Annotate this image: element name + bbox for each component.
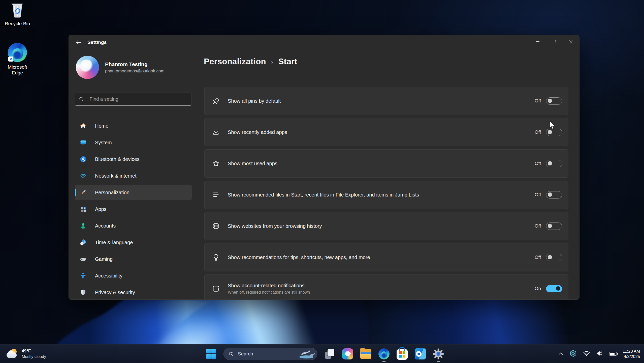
- back-arrow-icon: [76, 40, 81, 45]
- back-button[interactable]: [73, 38, 84, 47]
- minimize-icon: [536, 41, 539, 42]
- sidebar-item-label: Apps: [95, 206, 107, 212]
- setting-label: Show recommendations for tips, shortcuts…: [228, 255, 370, 260]
- tray-hexagon-app-icon[interactable]: [569, 350, 577, 358]
- user-account-card[interactable]: Phantom Testing phantomodemos@outlook.co…: [76, 56, 165, 79]
- setting-row-websites-history: Show websites from your browsing history…: [204, 212, 568, 240]
- sidebar-item-label: Accounts: [95, 223, 116, 229]
- user-name: Phantom Testing: [105, 61, 165, 67]
- star-icon: [212, 159, 220, 168]
- lightbulb-icon: [212, 253, 220, 262]
- search-icon: [228, 351, 234, 357]
- microsoft-store-button[interactable]: [396, 348, 408, 360]
- setting-label: Show recently added apps: [228, 129, 287, 135]
- apps-icon: [79, 205, 87, 213]
- window-title: Settings: [87, 40, 107, 45]
- task-view-button[interactable]: [324, 348, 335, 360]
- wifi-icon[interactable]: [583, 350, 590, 357]
- sidebar-item-system[interactable]: System: [75, 135, 192, 150]
- toggle-most-used[interactable]: [546, 160, 562, 167]
- settings-taskbar-button[interactable]: [433, 348, 444, 360]
- search-input[interactable]: [90, 96, 188, 102]
- recycle-bin-icon: [10, 15, 25, 19]
- sidebar-item-label: Gaming: [95, 256, 113, 262]
- taskbar-search[interactable]: Search: [223, 348, 317, 360]
- time-language-icon: [79, 239, 87, 246]
- toggle-state-label: On: [532, 286, 541, 291]
- weather-temperature: 49°F: [22, 349, 46, 354]
- toggle-state-label: Off: [532, 255, 541, 260]
- sidebar-item-gaming[interactable]: Gaming: [75, 252, 192, 267]
- sidebar-item-accessibility[interactable]: Accessibility: [75, 268, 192, 283]
- task-view-icon: [325, 349, 334, 359]
- maximize-button[interactable]: [546, 35, 563, 48]
- setting-row-most-used: Show most used apps Off: [204, 149, 568, 178]
- globe-icon: [212, 222, 220, 230]
- settings-list: Show all pins by default Off Show recent…: [204, 87, 568, 300]
- find-setting-searchbox[interactable]: [75, 93, 192, 106]
- accessibility-icon: [79, 272, 87, 280]
- setting-label: Show websites from your browsing history: [228, 223, 322, 229]
- setting-row-show-all-pins: Show all pins by default Off: [204, 87, 568, 115]
- breadcrumb-parent[interactable]: Personalization: [204, 57, 266, 66]
- list-icon: [212, 190, 220, 199]
- toggle-recommendations-tips[interactable]: [546, 254, 562, 261]
- sidebar-item-network-internet[interactable]: Network & internet: [75, 168, 192, 183]
- sidebar-item-bluetooth-devices[interactable]: Bluetooth & devices: [75, 152, 192, 167]
- search-highlight-dolphin-image: [299, 349, 315, 359]
- running-indicator: [382, 361, 386, 362]
- toggle-state-label: Off: [532, 98, 541, 104]
- partly-cloudy-icon: [6, 348, 19, 359]
- toggle-show-all-pins[interactable]: [546, 97, 562, 105]
- sidebar-item-label: Accessibility: [95, 273, 122, 279]
- desktop-icon-recycle-bin[interactable]: Recycle Bin: [2, 2, 33, 26]
- minimize-button[interactable]: [529, 35, 546, 48]
- weather-condition: Mostly cloudy: [22, 354, 46, 359]
- system-icon: [79, 139, 87, 146]
- sidebar-item-label: Home: [95, 123, 108, 129]
- title-bar: Settings: [69, 35, 579, 50]
- file-explorer-button[interactable]: [360, 348, 372, 360]
- pin-icon: [212, 97, 220, 105]
- edge-button[interactable]: [378, 348, 390, 360]
- sidebar-item-apps[interactable]: Apps: [75, 202, 192, 217]
- copilot-icon: [342, 348, 353, 359]
- sidebar-item-personalization[interactable]: Personalization: [75, 185, 192, 200]
- setting-label: Show all pins by default: [228, 98, 281, 104]
- tray-chevron-up-icon[interactable]: [558, 352, 563, 356]
- sidebar-item-time-language[interactable]: Time & language: [75, 235, 192, 250]
- avatar: [76, 56, 99, 79]
- sidebar-item-label: Privacy & security: [95, 290, 135, 295]
- sidebar-item-home[interactable]: Home: [75, 118, 192, 133]
- start-button[interactable]: [205, 348, 217, 360]
- gaming-icon: [79, 255, 87, 263]
- volume-icon[interactable]: [596, 350, 603, 357]
- toggle-account-notifications[interactable]: [546, 285, 562, 292]
- sidebar-item-accounts[interactable]: Accounts: [75, 218, 192, 233]
- toggle-websites-history[interactable]: [546, 222, 562, 230]
- weather-widget[interactable]: 49°F Mostly cloudy: [4, 345, 49, 363]
- tray-clock[interactable]: 11:23 AM 4/3/2025: [623, 349, 640, 359]
- outlook-icon: [415, 348, 426, 359]
- sidebar-item-label: Time & language: [95, 240, 133, 245]
- setting-sublabel: When off, required notifications are sti…: [228, 290, 310, 295]
- battery-icon[interactable]: [609, 352, 617, 356]
- sidebar-item-privacy-security[interactable]: Privacy & security: [75, 285, 192, 300]
- copilot-button[interactable]: [342, 348, 353, 360]
- user-email: phantomodemos@outlook.com: [105, 69, 165, 74]
- sidebar-item-label: System: [95, 140, 112, 146]
- setting-row-account-notifications: Show account-related notifications When …: [204, 274, 568, 300]
- search-icon: [79, 96, 84, 102]
- sidebar-item-label: Bluetooth & devices: [95, 156, 140, 162]
- maximize-icon: [553, 40, 556, 43]
- bluetooth-icon: [79, 155, 87, 163]
- tray-time: 11:23 AM: [623, 349, 640, 354]
- close-button[interactable]: [563, 35, 579, 48]
- toggle-recommended-files[interactable]: [546, 191, 562, 199]
- tray-date: 4/3/2025: [623, 354, 640, 359]
- desktop-icon-microsoft-edge[interactable]: Microsoft Edge: [2, 43, 33, 76]
- sidebar-nav: Home System Bluetooth & devices: [75, 118, 192, 300]
- sidebar-item-label: Network & internet: [95, 173, 137, 179]
- page-title: Start: [278, 57, 297, 66]
- outlook-button[interactable]: [414, 348, 426, 360]
